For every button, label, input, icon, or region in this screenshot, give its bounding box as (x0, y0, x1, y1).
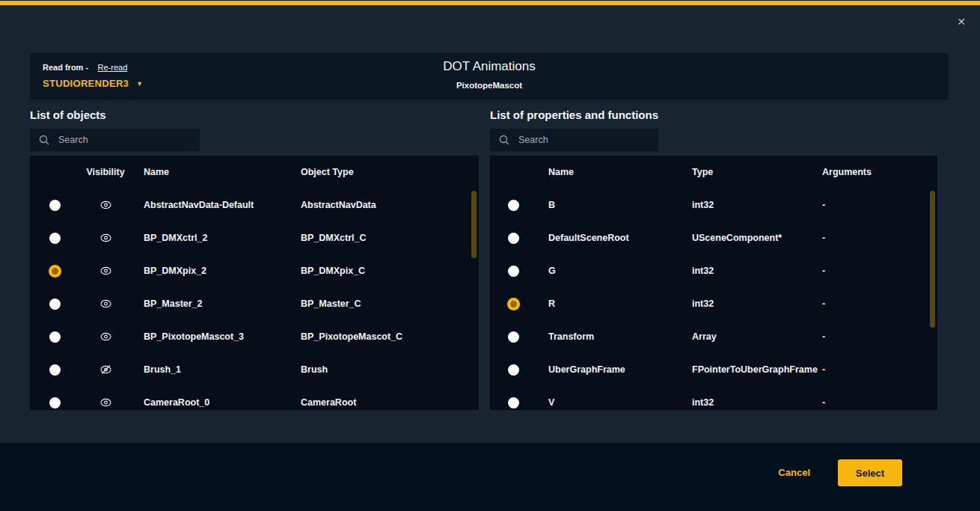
eye-icon[interactable] (99, 200, 112, 210)
object-row[interactable]: BP_DMXpix_2 BP_DMXpix_C (30, 254, 479, 287)
object-name: AbstractNavData-Default (132, 200, 301, 210)
object-row[interactable]: CameraRoot_0 CameraRoot (30, 386, 479, 410)
object-name: CameraRoot_0 (132, 397, 301, 408)
property-arguments: - (822, 266, 937, 276)
properties-table: Name Type Arguments B int32 - DefaultSce… (490, 156, 937, 410)
eye-icon[interactable] (99, 397, 112, 408)
eye-icon[interactable] (99, 299, 112, 309)
object-name: BP_Master_2 (132, 299, 301, 309)
eye-icon[interactable] (99, 266, 112, 276)
property-type: FPointerToUberGraphFrame (692, 364, 822, 375)
accent-bar (0, 1, 980, 5)
column-header-visibility: Visibility (79, 167, 132, 177)
property-type: int32 (692, 266, 822, 276)
property-arguments: - (822, 397, 937, 408)
property-radio[interactable] (508, 397, 519, 409)
object-radio[interactable] (49, 200, 61, 211)
property-radio[interactable] (508, 233, 519, 244)
object-type: AbstractNavData (301, 200, 479, 210)
dialog-header: Read from - Re-read STUDIORENDER3 ▼ DOT … (30, 53, 949, 100)
object-name: BP_PixotopeMascot_3 (132, 331, 301, 342)
properties-scrollbar[interactable] (930, 191, 935, 328)
property-row[interactable]: Transform Array - (490, 320, 937, 353)
property-name: V (536, 397, 692, 408)
dialog-footer: Cancel Select (0, 443, 980, 511)
property-radio[interactable] (507, 298, 520, 310)
property-name: DefaultSceneRoot (536, 233, 692, 243)
property-name: G (536, 266, 692, 276)
objects-search-input[interactable] (58, 135, 171, 145)
properties-panel-heading: List of properties and functions (490, 108, 658, 121)
property-row[interactable]: B int32 - (490, 189, 937, 221)
select-button[interactable]: Select (838, 459, 902, 486)
property-row[interactable]: G int32 - (490, 254, 937, 287)
property-name: UberGraphFrame (536, 364, 692, 375)
property-radio[interactable] (508, 200, 519, 211)
object-radio[interactable] (49, 299, 61, 310)
property-radio[interactable] (508, 331, 519, 343)
properties-search-input[interactable] (518, 135, 631, 145)
object-name: BP_DMXpix_2 (132, 266, 301, 276)
objects-table-header: Visibility Name Object Type (30, 156, 479, 189)
property-arguments: - (822, 331, 937, 342)
column-header-type: Type (692, 167, 822, 177)
object-type: BP_PixotopeMascot_C (301, 331, 479, 342)
property-name: Transform (536, 331, 692, 342)
property-radio[interactable] (508, 266, 519, 277)
eye-icon[interactable] (99, 233, 112, 243)
object-row[interactable]: Brush_1 Brush (30, 353, 479, 386)
objects-table-body: AbstractNavData-Default AbstractNavData … (30, 189, 479, 410)
object-name: BP_DMXctrl_2 (132, 233, 301, 243)
column-header-arguments: Arguments (822, 167, 937, 177)
column-header-name: Name (536, 167, 692, 177)
object-type: BP_DMXctrl_C (301, 233, 479, 243)
property-radio[interactable] (508, 364, 519, 376)
property-row[interactable]: UberGraphFrame FPointerToUberGraphFrame … (490, 353, 937, 386)
object-radio[interactable] (49, 265, 61, 278)
object-type: BP_Master_C (301, 299, 479, 309)
object-name: Brush_1 (132, 364, 301, 375)
property-arguments: - (822, 233, 937, 243)
column-header-object-type: Object Type (301, 167, 479, 177)
properties-search-box (490, 129, 658, 151)
property-type: int32 (692, 397, 822, 408)
property-arguments: - (822, 364, 937, 375)
dialog-title: DOT Animations (30, 59, 949, 74)
object-type: CameraRoot (301, 397, 479, 408)
property-name: R (536, 299, 692, 309)
object-row[interactable]: BP_DMXctrl_2 BP_DMXctrl_C (30, 221, 479, 254)
column-header-name: Name (132, 167, 301, 177)
property-name: B (536, 200, 692, 210)
property-row[interactable]: V int32 - (490, 386, 937, 410)
property-arguments: - (822, 200, 937, 210)
object-row[interactable]: AbstractNavData-Default AbstractNavData (30, 189, 479, 221)
objects-table: Visibility Name Object Type AbstractNavD… (30, 156, 479, 410)
object-row[interactable]: BP_Master_2 BP_Master_C (30, 287, 479, 320)
search-icon (499, 135, 509, 145)
object-radio[interactable] (49, 364, 61, 376)
object-radio[interactable] (49, 233, 61, 244)
eye-icon[interactable] (99, 331, 112, 342)
search-icon (39, 135, 49, 145)
objects-search-box (30, 129, 200, 151)
window-top-border (0, 0, 980, 6)
property-row[interactable]: R int32 - (490, 287, 937, 320)
cancel-button[interactable]: Cancel (778, 467, 810, 478)
eye-off-icon[interactable] (99, 364, 112, 375)
property-type: int32 (692, 200, 822, 210)
objects-panel-heading: List of objects (30, 108, 106, 121)
object-radio[interactable] (49, 331, 61, 343)
property-type: Array (692, 331, 822, 342)
property-row[interactable]: DefaultSceneRoot USceneComponent* - (490, 221, 937, 254)
property-arguments: - (822, 299, 937, 309)
object-radio[interactable] (49, 397, 61, 409)
property-type: int32 (692, 299, 822, 309)
dialog-subtitle: PixotopeMascot (30, 81, 949, 90)
properties-table-header: Name Type Arguments (490, 156, 937, 189)
property-type: USceneComponent* (692, 233, 822, 243)
object-row[interactable]: BP_PixotopeMascot_3 BP_PixotopeMascot_C (30, 320, 479, 353)
properties-table-body: B int32 - DefaultSceneRoot USceneCompone… (490, 189, 937, 410)
close-icon[interactable]: ✕ (955, 15, 968, 28)
objects-scrollbar[interactable] (471, 191, 477, 258)
object-type: BP_DMXpix_C (301, 266, 479, 276)
